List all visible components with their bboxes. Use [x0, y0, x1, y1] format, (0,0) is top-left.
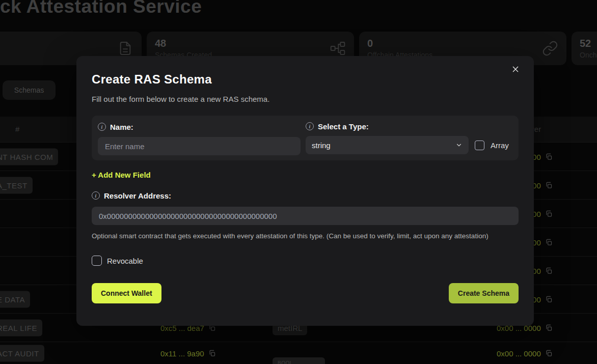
tab-schemas[interactable]: Schemas — [3, 80, 56, 100]
type-kind-label: BOOL — [278, 360, 320, 364]
app-root: ck Attestation Service 48 Schemas Create… — [0, 0, 597, 364]
schema-name-badge: ACT AUDIT — [0, 345, 44, 361]
schema-name-badge: NT HASH COM — [0, 148, 58, 165]
resolver-address-label: Resolver Address: — [104, 191, 171, 200]
array-label: Array — [491, 141, 509, 150]
info-icon[interactable] — [98, 123, 106, 131]
name-label-row: Name: — [98, 122, 301, 132]
copy-icon[interactable] — [545, 295, 553, 303]
schema-type-badge: BOOLpassedAudit — [273, 357, 325, 364]
info-icon[interactable] — [92, 191, 100, 200]
create-schema-modal: Create RAS Schema Fill out the form belo… — [76, 56, 534, 326]
array-checkbox[interactable] — [475, 141, 484, 150]
offchain-count: 0 — [367, 37, 558, 50]
revocable-checkbox[interactable] — [92, 256, 102, 266]
create-schema-button[interactable]: Create Schema — [449, 283, 519, 303]
schemas-created-count: 48 — [155, 37, 346, 50]
type-label: Select a Type: — [318, 122, 369, 131]
revocable-label: Revocable — [107, 257, 143, 265]
info-icon[interactable] — [306, 122, 314, 130]
table-row[interactable]: ACT AUDIT 0x11 ... 9a90 BOOLpassedAudit … — [0, 342, 597, 364]
resolver-cell: 0x00 ... 0000 — [497, 349, 553, 357]
onchain-count: 52 — [580, 37, 597, 50]
name-input[interactable] — [98, 137, 301, 155]
schema-name-badge: E DATA — [0, 291, 30, 307]
link-icon — [542, 40, 558, 57]
copy-icon[interactable] — [545, 267, 553, 274]
document-icon — [117, 40, 133, 57]
onchain-label: Onchain Attestations — [580, 51, 597, 59]
nodes-icon — [330, 40, 346, 57]
copy-icon[interactable] — [545, 210, 553, 217]
schema-name-badge: A_TEST — [0, 177, 33, 193]
modal-title: Create RAS Schema — [92, 72, 519, 87]
stat-card-onchain: 52 Onchain Attestations — [572, 32, 597, 65]
resolver-address-input[interactable] — [92, 207, 519, 225]
schema-name-badge: REAL LIFE — [0, 319, 42, 336]
copy-icon[interactable] — [545, 153, 553, 160]
copy-icon[interactable] — [545, 324, 553, 331]
type-label-row: Select a Type: — [306, 122, 512, 131]
copy-icon[interactable] — [545, 349, 553, 357]
close-icon[interactable] — [509, 63, 522, 75]
column-header-number: # — [15, 125, 19, 133]
connect-wallet-button[interactable]: Connect Wallet — [92, 283, 161, 303]
type-select[interactable]: string — [306, 136, 469, 154]
chevron-down-icon — [455, 142, 463, 149]
name-label: Name: — [110, 123, 133, 131]
copy-icon[interactable] — [545, 238, 553, 246]
add-new-field-link[interactable]: + Add New Field — [92, 171, 151, 179]
page-title: ck Attestation Service — [0, 0, 202, 17]
resolver-helper-text: Optional smart contract that gets execut… — [92, 231, 502, 241]
modal-subtitle: Fill out the form below to create a new … — [92, 95, 519, 103]
copy-icon[interactable] — [208, 349, 216, 357]
schema-uid-cell: 0x11 ... 9a90 — [160, 349, 216, 357]
resolver-label-row: Resolver Address: — [92, 190, 519, 201]
type-select-value: string — [312, 141, 331, 150]
copy-icon[interactable] — [545, 181, 553, 189]
field-editor-card: Name: Select a Type: string Array — [92, 116, 519, 160]
